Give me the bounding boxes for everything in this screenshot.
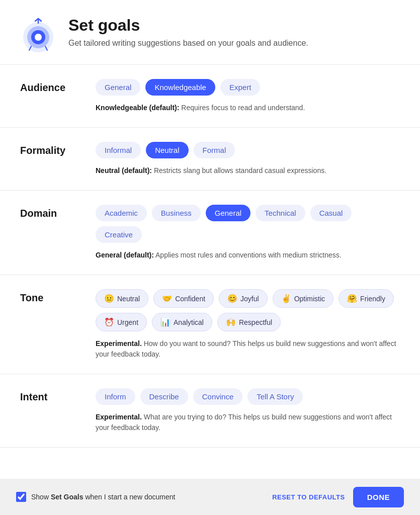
respectful-emoji: 🙌 xyxy=(226,317,236,327)
audience-pill-expert[interactable]: Expert xyxy=(220,79,260,96)
audience-content: General Knowledgeable Expert Knowledgeab… xyxy=(96,79,400,113)
intent-pills: Inform Describe Convince Tell A Story xyxy=(96,388,400,405)
footer-left: Show Set Goals when I start a new docume… xyxy=(16,492,175,502)
domain-content: Academic Business General Technical Casu… xyxy=(96,205,400,261)
tone-pill-neutral[interactable]: 😐 Neutral xyxy=(96,289,148,308)
urgent-label: Urgent xyxy=(117,318,138,326)
audience-pills: General Knowledgeable Expert xyxy=(96,79,400,96)
audience-pill-general[interactable]: General xyxy=(96,79,140,96)
formality-pill-neutral[interactable]: Neutral xyxy=(146,142,188,158)
tone-pill-respectful[interactable]: 🙌 Respectful xyxy=(217,313,281,331)
friendly-emoji: 🤗 xyxy=(347,294,357,303)
joyful-label: Joyful xyxy=(240,295,259,303)
intent-pill-convince[interactable]: Convince xyxy=(193,388,243,405)
target-icon xyxy=(20,16,56,52)
intent-label: Intent xyxy=(20,388,75,403)
intent-pill-inform[interactable]: Inform xyxy=(96,388,135,405)
domain-pill-general[interactable]: General xyxy=(206,205,250,221)
section-domain: Domain Academic Business General Technic… xyxy=(0,191,420,275)
done-button[interactable]: DONE xyxy=(353,487,404,507)
formality-pill-formal[interactable]: Formal xyxy=(194,142,235,158)
confident-emoji: 🤝 xyxy=(162,294,172,303)
show-set-goals-checkbox[interactable] xyxy=(16,492,26,502)
tone-pill-confident[interactable]: 🤝 Confident xyxy=(153,289,214,308)
joyful-emoji: 😊 xyxy=(227,294,237,303)
section-tone: Tone 😐 Neutral 🤝 Confident 😊 Joyful xyxy=(0,275,420,374)
domain-pill-creative[interactable]: Creative xyxy=(96,226,142,243)
audience-description: Knowledgeable (default): Requires focus … xyxy=(96,103,400,113)
intent-description: Experimental. What are you trying to do?… xyxy=(96,412,400,433)
neutral-label: Neutral xyxy=(117,295,140,303)
analytical-label: Analytical xyxy=(174,318,204,326)
optimistic-emoji: ✌️ xyxy=(281,294,291,303)
domain-label: Domain xyxy=(20,205,75,219)
formality-label: Formality xyxy=(20,142,75,156)
formality-description: Neutral (default): Restricts slang but a… xyxy=(96,165,400,176)
section-audience: Audience General Knowledgeable Expert Kn… xyxy=(0,65,420,128)
intent-pill-tell-a-story[interactable]: Tell A Story xyxy=(247,388,303,405)
tone-content: 😐 Neutral 🤝 Confident 😊 Joyful ✌️ Optimi… xyxy=(96,289,400,360)
optimistic-label: Optimistic xyxy=(294,295,325,303)
audience-pill-knowledgeable[interactable]: Knowledgeable xyxy=(145,79,215,96)
page-title: Set goals xyxy=(68,16,308,35)
tone-pills: 😐 Neutral 🤝 Confident 😊 Joyful ✌️ Optimi… xyxy=(96,289,400,331)
formality-pills: Informal Neutral Formal xyxy=(96,142,400,158)
page-container: Set goals Get tailored writing suggestio… xyxy=(0,0,420,488)
urgent-emoji: ⏰ xyxy=(104,317,114,327)
section-formality: Formality Informal Neutral Formal Neutra… xyxy=(0,128,420,191)
analytical-emoji: 📊 xyxy=(160,317,171,327)
tone-pill-optimistic[interactable]: ✌️ Optimistic xyxy=(273,289,333,308)
formality-pill-informal[interactable]: Informal xyxy=(96,142,141,158)
domain-pill-casual[interactable]: Casual xyxy=(310,205,352,221)
confident-label: Confident xyxy=(175,295,205,303)
footer-right: RESET TO DEFAULTS DONE xyxy=(272,487,404,507)
tone-pill-joyful[interactable]: 😊 Joyful xyxy=(219,289,268,308)
header-text: Set goals Get tailored writing suggestio… xyxy=(68,16,308,48)
domain-description: General (default): Applies most rules an… xyxy=(96,250,400,261)
svg-point-3 xyxy=(35,34,42,41)
footer-label: Show Set Goals when I start a new docume… xyxy=(31,493,175,501)
neutral-emoji: 😐 xyxy=(104,294,114,303)
domain-pills: Academic Business General Technical Casu… xyxy=(96,205,400,243)
page-subtitle: Get tailored writing suggestions based o… xyxy=(68,39,308,48)
friendly-label: Friendly xyxy=(360,295,385,303)
reset-to-defaults-button[interactable]: RESET TO DEFAULTS xyxy=(272,493,345,501)
tone-pill-friendly[interactable]: 🤗 Friendly xyxy=(339,289,394,308)
intent-content: Inform Describe Convince Tell A Story Ex… xyxy=(96,388,400,433)
audience-label: Audience xyxy=(20,79,75,94)
tone-label: Tone xyxy=(20,289,75,304)
domain-pill-technical[interactable]: Technical xyxy=(256,205,305,221)
section-intent: Intent Inform Describe Convince Tell A S… xyxy=(0,374,420,448)
intent-pill-describe[interactable]: Describe xyxy=(140,388,188,405)
formality-content: Informal Neutral Formal Neutral (default… xyxy=(96,142,400,176)
tone-pill-analytical[interactable]: 📊 Analytical xyxy=(152,313,212,331)
domain-pill-academic[interactable]: Academic xyxy=(96,205,147,221)
respectful-label: Respectful xyxy=(239,318,272,326)
tone-description: Experimental. How do you want to sound? … xyxy=(96,338,400,360)
tone-pill-urgent[interactable]: ⏰ Urgent xyxy=(96,313,147,331)
domain-pill-business[interactable]: Business xyxy=(152,205,201,221)
header: Set goals Get tailored writing suggestio… xyxy=(0,0,420,65)
footer: Show Set Goals when I start a new docume… xyxy=(0,479,420,515)
